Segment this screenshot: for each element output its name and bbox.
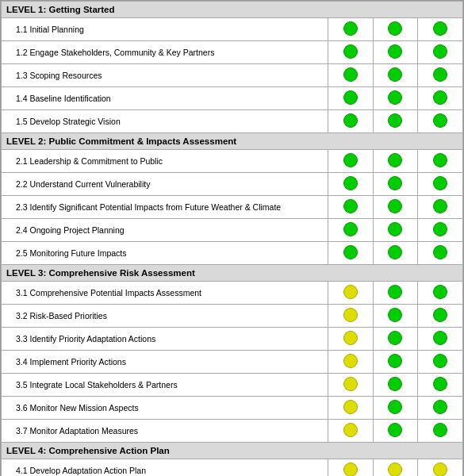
status-cell	[373, 459, 418, 477]
status-cell	[418, 87, 463, 110]
status-cell	[373, 41, 418, 64]
status-dot	[343, 113, 358, 128]
status-cell	[373, 397, 418, 420]
main-table: LEVEL 1: Getting Started 1.1 Initial Pla…	[0, 0, 464, 476]
status-cell	[373, 196, 418, 219]
status-cell	[328, 18, 374, 41]
status-dot	[433, 44, 447, 59]
item-label: 2.3 Identify Significant Potential Impac…	[2, 196, 328, 219]
item-label: 3.1 Comprehensive Potential Impacts Asse…	[2, 282, 328, 305]
item-label: 3.2 Risk-Based Priorities	[2, 305, 328, 328]
status-cell	[418, 196, 463, 219]
item-label: 3.7 Monitor Adaptation Measures	[2, 420, 328, 443]
status-cell	[328, 41, 374, 64]
status-cell	[418, 351, 463, 374]
status-dot	[388, 285, 402, 299]
status-cell	[328, 351, 374, 374]
status-dot	[388, 400, 402, 414]
status-dot	[388, 90, 402, 105]
status-dot	[433, 113, 447, 128]
item-label: 2.1 Leadership & Commitment to Public	[2, 150, 328, 173]
status-dot	[343, 21, 358, 36]
status-cell	[373, 219, 418, 242]
status-dot	[433, 308, 447, 322]
status-dot	[433, 423, 447, 437]
item-label: 3.5 Integrate Local Stakeholders & Partn…	[2, 374, 328, 397]
status-cell	[328, 328, 374, 351]
status-cell	[328, 64, 374, 87]
status-cell	[328, 150, 374, 173]
status-cell	[418, 420, 463, 443]
table-row: 2.1 Leadership & Commitment to Public	[2, 150, 463, 173]
status-dot	[343, 245, 358, 259]
status-cell	[328, 420, 374, 443]
status-cell	[373, 305, 418, 328]
status-dot	[433, 245, 447, 259]
status-cell	[418, 110, 463, 133]
status-cell	[418, 150, 463, 173]
table-row: 2.5 Monitoring Future Impacts	[2, 242, 463, 265]
status-cell	[373, 328, 418, 351]
status-dot	[388, 113, 402, 128]
status-cell	[328, 196, 374, 219]
status-cell	[328, 305, 374, 328]
table-row: 2.2 Understand Current Vulnerability	[2, 173, 463, 196]
status-cell	[373, 18, 418, 41]
item-label: 2.2 Understand Current Vulnerability	[2, 173, 328, 196]
level-header-cell: LEVEL 3: Comprehensive Risk Assessment	[2, 265, 463, 282]
status-cell	[373, 87, 418, 110]
status-cell	[328, 459, 374, 477]
status-cell	[418, 219, 463, 242]
status-dot	[433, 90, 447, 105]
status-dot	[388, 245, 402, 259]
status-dot	[343, 377, 358, 391]
table-row: 3.7 Monitor Adaptation Measures	[2, 420, 463, 443]
status-dot	[433, 176, 447, 190]
status-dot	[343, 285, 358, 299]
level-header-row: LEVEL 3: Comprehensive Risk Assessment	[2, 265, 463, 282]
level-header-cell: LEVEL 2: Public Commitment & Impacts Ass…	[2, 133, 463, 150]
table-row: 3.4 Implement Priority Actions	[2, 351, 463, 374]
status-dot	[388, 308, 402, 322]
status-cell	[373, 351, 418, 374]
table-row: 3.1 Comprehensive Potential Impacts Asse…	[2, 282, 463, 305]
status-dot	[433, 285, 447, 299]
status-dot	[388, 176, 402, 190]
status-dot	[343, 222, 358, 236]
status-dot	[433, 377, 447, 391]
status-dot	[433, 67, 447, 82]
status-dot	[388, 67, 402, 82]
status-cell	[328, 374, 374, 397]
item-label: 1.2 Engage Stakeholders, Community & Key…	[2, 41, 328, 64]
status-cell	[328, 242, 374, 265]
status-cell	[418, 282, 463, 305]
status-dot	[388, 354, 402, 368]
level-header-cell: LEVEL 4: Comprehensive Action Plan	[2, 443, 463, 459]
status-dot	[343, 331, 358, 345]
status-cell	[373, 374, 418, 397]
status-dot	[343, 44, 358, 59]
status-cell	[418, 64, 463, 87]
status-cell	[418, 328, 463, 351]
status-dot	[343, 90, 358, 105]
table-row: 3.2 Risk-Based Priorities	[2, 305, 463, 328]
table-row: 2.4 Ongoing Project Planning	[2, 219, 463, 242]
level-header-row: LEVEL 4: Comprehensive Action Plan	[2, 443, 463, 459]
item-label: 3.4 Implement Priority Actions	[2, 351, 328, 374]
table-row: 3.3 Identify Priority Adaptation Actions	[2, 328, 463, 351]
status-dot	[433, 21, 447, 36]
status-dot	[388, 463, 402, 476]
status-dot	[343, 354, 358, 368]
status-dot	[343, 400, 358, 414]
status-dot	[343, 153, 358, 167]
status-dot	[433, 199, 447, 213]
item-label: 1.1 Initial Planning	[2, 18, 328, 41]
table-row: 1.1 Initial Planning	[2, 18, 463, 41]
table-row: 1.3 Scoping Resources	[2, 64, 463, 87]
status-cell	[328, 87, 374, 110]
status-dot	[388, 153, 402, 167]
status-cell	[418, 41, 463, 64]
status-dot	[433, 331, 447, 345]
item-label: 2.4 Ongoing Project Planning	[2, 219, 328, 242]
status-cell	[373, 173, 418, 196]
